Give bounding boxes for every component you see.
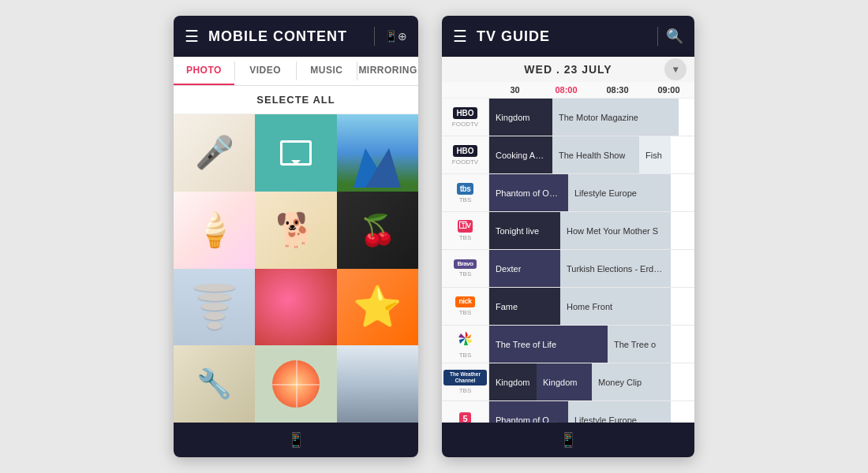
tab-mirroring[interactable]: MIRRORING <box>357 57 418 85</box>
photo-cell-icecream[interactable]: 🍦 <box>174 192 255 269</box>
program-kingdom-w2[interactable]: Kingdom <box>537 363 592 400</box>
photo-cell-dog[interactable]: 🐕 <box>255 192 336 269</box>
tv9-sub: TBS <box>459 234 472 241</box>
channel-hbo1[interactable]: HBO FOODTV <box>442 99 489 136</box>
weather-sub: TBS <box>459 387 472 394</box>
tv-phone: ☰ TV GUIDE 🔍 WED . 23 JULY ▾ 30 08:00 08… <box>442 16 694 457</box>
program-title: Phantom of Opera <box>496 415 562 423</box>
program-kingdom-1[interactable]: Kingdom <box>489 99 552 136</box>
program-home-front[interactable]: Home Front <box>560 288 671 325</box>
photo-cell-cherries[interactable]: 🍒 <box>337 192 418 269</box>
header-divider <box>374 27 375 46</box>
photo-cell-tent[interactable] <box>337 114 418 192</box>
hbo1-logo: HBO <box>453 107 477 119</box>
tbs1-sub: TBS <box>459 196 472 203</box>
channel-hbo2[interactable]: HBO FOODTV <box>442 136 489 173</box>
header-icons: 📱⊕ <box>374 27 407 46</box>
program-title: The Tree o <box>614 340 656 349</box>
tv9-logo: 🅃V <box>458 220 473 233</box>
phone-cast-icon[interactable]: 📱⊕ <box>384 30 407 43</box>
program-phantom-opera-2[interactable]: Phantom of Opera <box>489 401 568 423</box>
tab-photo[interactable]: PHOTO <box>174 57 234 85</box>
program-turkish-elections[interactable]: Turkish Elections - Erdogan P <box>560 250 671 287</box>
stone-5 <box>208 322 222 330</box>
tv-bottom-icon[interactable]: 📱 <box>559 431 577 449</box>
program-title: Dexter <box>496 264 521 274</box>
tv-header-divider <box>657 27 658 46</box>
program-kingdom-w1[interactable]: Kingdom <box>489 363 537 400</box>
hamburger-icon[interactable]: ☰ <box>185 27 199 46</box>
photo-cell-tools[interactable]: 🔧 <box>174 345 255 423</box>
channel-tbs1[interactable]: tbs TBS <box>442 174 489 211</box>
guide-body: HBO FOODTV Kingdom The Motor Magazine HB… <box>442 99 694 423</box>
program-cooking-abroad[interactable]: Cooking Abroad <box>489 136 552 173</box>
program-title: The Motor Magazine <box>559 113 638 122</box>
mobile-header: ☰ MOBILE CONTENT 📱⊕ <box>174 16 418 57</box>
date-bar: WED . 23 JULY ▾ <box>442 57 694 82</box>
channel-weather[interactable]: The Weather Channel TBS <box>442 363 489 400</box>
bottom-phone-icon[interactable]: 📱 <box>287 431 305 449</box>
stone-3 <box>201 303 228 311</box>
channel-nbc[interactable]: TBS <box>442 326 489 363</box>
channel-nick[interactable]: nick TBS <box>442 288 489 325</box>
guide-row-nbc: TBS The Tree of Life The Tree o <box>442 326 694 363</box>
hbo1-sub: FOODTV <box>452 121 478 128</box>
program-dexter[interactable]: Dexter <box>489 250 560 287</box>
select-all-bar[interactable]: SELECTE ALL <box>174 86 418 114</box>
program-how-met[interactable]: How Met Your Mother S <box>560 212 671 249</box>
nbc-programs: The Tree of Life The Tree o <box>489 326 694 363</box>
tv-hamburger-icon[interactable]: ☰ <box>453 27 467 46</box>
program-fame[interactable]: Fame <box>489 288 560 325</box>
time-slot-0830: 08:30 <box>592 85 643 95</box>
program-fish[interactable]: Fish <box>639 136 671 173</box>
search-icon[interactable]: 🔍 <box>666 28 683 45</box>
photo-cell-grapefruit[interactable] <box>255 345 336 423</box>
time-slot-0800: 08:00 <box>541 85 592 95</box>
date-dropdown-arrow[interactable]: ▾ <box>664 58 687 80</box>
channel-bravo[interactable]: Bravo TBS <box>442 250 489 287</box>
photo-cell-starfish[interactable]: ⭐ <box>337 269 418 346</box>
program-tonight-live[interactable]: Tonight live <box>489 212 560 249</box>
program-tree-of-life-2[interactable]: The Tree o <box>608 326 671 363</box>
photo-cell-bridge[interactable] <box>337 345 418 423</box>
program-title: Kingdom <box>496 378 529 387</box>
photo-cell-microphone[interactable] <box>174 114 255 192</box>
bravo-sub: TBS <box>459 270 472 277</box>
program-title: Money Clip <box>598 378 642 387</box>
selection-frame <box>280 140 312 166</box>
photo-cell-stones[interactable] <box>174 269 255 346</box>
nbc-logo <box>457 330 474 349</box>
program-lifestyle-europe-2[interactable]: Lifestyle Europe <box>568 401 671 423</box>
bravo-logo: Bravo <box>454 259 476 270</box>
program-phantom-opera-1[interactable]: Phantom of Opera <box>489 174 568 211</box>
mobile-bottom-nav: 📱 <box>174 423 418 457</box>
photo-tabs: PHOTO VIDEO MUSIC MIRRORING <box>174 57 418 86</box>
time-header: 30 08:00 08:30 09:00 <box>442 82 694 99</box>
nick-programs: Fame Home Front <box>489 288 694 325</box>
channel-ch5[interactable]: 5 <box>442 401 489 423</box>
photo-cell-balloon[interactable] <box>255 269 336 346</box>
program-tree-of-life[interactable]: The Tree of Life <box>489 326 608 363</box>
guide-row-ch5: 5 Phantom of Opera Lifestyle Europe <box>442 401 694 423</box>
channel-tv9[interactable]: 🅃V TBS <box>442 212 489 249</box>
grapefruit-inner <box>272 360 320 408</box>
tbs1-programs: Phantom of Opera Lifestyle Europe <box>489 174 694 211</box>
hbo2-sub: FOODTV <box>452 158 478 166</box>
photo-cell-selected[interactable] <box>255 114 336 192</box>
guide-row-tbs1: tbs TBS Phantom of Opera Lifestyle Europ… <box>442 174 694 212</box>
time-slot-0900: 09:00 <box>643 85 694 95</box>
program-money-clip[interactable]: Money Clip <box>592 363 671 400</box>
program-motor-magazine[interactable]: The Motor Magazine <box>552 99 679 136</box>
nick-logo: nick <box>455 296 474 307</box>
program-title: The Tree of Life <box>496 340 556 349</box>
tab-music[interactable]: MUSIC <box>297 57 357 85</box>
program-title: Fame <box>496 302 518 311</box>
program-health-show[interactable]: The Health Show <box>552 136 639 173</box>
stone-4 <box>204 312 225 320</box>
tab-video[interactable]: VIDEO <box>235 57 296 85</box>
photo-grid: 🍦 🐕 🍒 ⭐ 🔧 <box>174 114 418 423</box>
program-title: Kingdom <box>496 113 529 122</box>
program-title: Fish <box>645 151 662 160</box>
tv-header: ☰ TV GUIDE 🔍 <box>442 16 694 57</box>
program-lifestyle-europe-1[interactable]: Lifestyle Europe <box>568 174 671 211</box>
